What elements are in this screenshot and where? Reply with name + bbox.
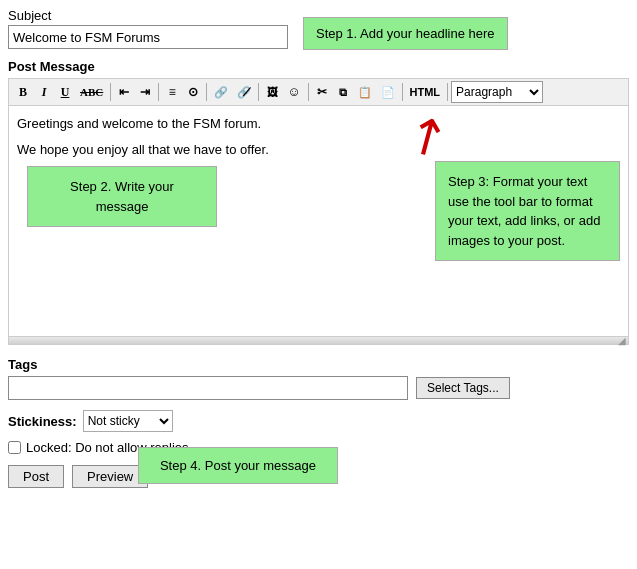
toolbar-image-btn[interactable]: 🖼	[262, 81, 282, 103]
toolbar-outdent-btn[interactable]: ⇤	[114, 81, 134, 103]
toolbar-sep1	[110, 83, 111, 101]
tags-section: Tags Select Tags...	[8, 357, 629, 400]
toolbar-strike-btn[interactable]: ABC	[76, 81, 107, 103]
step4-tooltip: Step 4. Post your message	[138, 447, 338, 484]
toolbar-italic-btn[interactable]: I	[34, 81, 54, 103]
toolbar-cut-btn[interactable]: ✂	[312, 81, 332, 103]
toolbar-sep6	[402, 83, 403, 101]
toolbar-paragraph-select[interactable]: Paragraph Heading 1 Heading 2 Heading 3 …	[451, 81, 543, 103]
step3-tooltip: Step 3: Format your text use the tool ba…	[435, 161, 620, 261]
stickiness-row: Stickiness: Not sticky Sticky Super Stic…	[8, 410, 629, 432]
toolbar-sep4	[258, 83, 259, 101]
toolbar-sep3	[206, 83, 207, 101]
toolbar-html-btn[interactable]: HTML	[406, 81, 445, 103]
locked-checkbox[interactable]	[8, 441, 21, 454]
toolbar-smiley-btn[interactable]: ☺	[283, 81, 304, 103]
tags-label: Tags	[8, 357, 629, 372]
toolbar-underline-btn[interactable]: U	[55, 81, 75, 103]
toolbar-sep7	[447, 83, 448, 101]
post-button[interactable]: Post	[8, 465, 64, 488]
tags-row: Select Tags...	[8, 376, 629, 400]
post-message-label: Post Message	[8, 59, 629, 74]
tags-input[interactable]	[8, 376, 408, 400]
editor-container: Greetings and welcome to the FSM forum. …	[8, 105, 629, 337]
toolbar-ol-btn[interactable]: ⊙	[183, 81, 203, 103]
editor-toolbar: B I U ABC ⇤ ⇥ ≡ ⊙ 🔗 🔗̸ 🖼 ☺ ✂ ⧉ 📋 📄 HTML …	[8, 78, 629, 105]
toolbar-unlink-btn[interactable]: 🔗̸	[233, 81, 255, 103]
toolbar-bold-btn[interactable]: B	[13, 81, 33, 103]
toolbar-copy-btn[interactable]: ⧉	[333, 81, 353, 103]
toolbar-sep5	[308, 83, 309, 101]
preview-button[interactable]: Preview	[72, 465, 148, 488]
step2-tooltip: Step 2. Write your message	[27, 166, 217, 227]
editor-text: Greetings and welcome to the FSM forum. …	[17, 114, 620, 159]
toolbar-paste-text-btn[interactable]: 📄	[377, 81, 399, 103]
toolbar-indent-btn[interactable]: ⇥	[135, 81, 155, 103]
editor-resize-handle[interactable]: ◢	[8, 337, 629, 345]
step1-tooltip: Step 1. Add your headline here	[303, 17, 508, 50]
toolbar-link-btn[interactable]: 🔗	[210, 81, 232, 103]
bottom-row: Post Preview Step 4. Post your message	[8, 465, 629, 488]
editor-content[interactable]: Greetings and welcome to the FSM forum. …	[9, 106, 628, 336]
toolbar-ul-btn[interactable]: ≡	[162, 81, 182, 103]
toolbar-sep2	[158, 83, 159, 101]
subject-input[interactable]	[8, 25, 288, 49]
select-tags-button[interactable]: Select Tags...	[416, 377, 510, 399]
stickiness-select[interactable]: Not sticky Sticky Super Sticky	[83, 410, 173, 432]
toolbar-paste-btn[interactable]: 📋	[354, 81, 376, 103]
stickiness-label: Stickiness:	[8, 414, 77, 429]
